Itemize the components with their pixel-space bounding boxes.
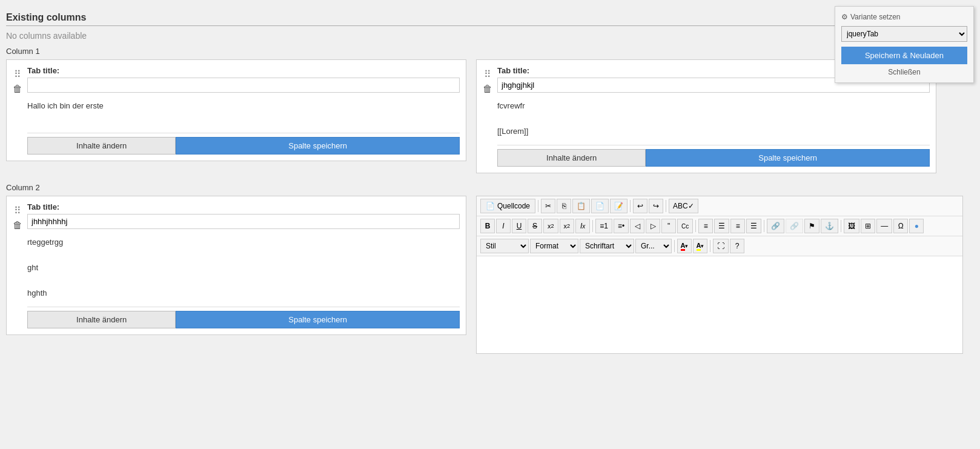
flag-button[interactable]: ⚑: [804, 219, 819, 233]
column1-label: Column 1: [6, 47, 974, 56]
separator7: [841, 220, 841, 232]
existing-columns-title: Existing columns: [6, 12, 974, 23]
editor-toolbar-second: B I U S x2 x2 Ix ≡1 ≡• ◁ ▷ " Cc ≡ ☰: [477, 216, 962, 236]
separator3: [666, 200, 666, 212]
paste-text-button[interactable]: 📄: [591, 199, 609, 213]
delete-icon-r[interactable]: 🗑: [483, 84, 492, 95]
tab-title-input-col2-left[interactable]: [27, 214, 460, 229]
redo-button[interactable]: ↪: [649, 199, 663, 213]
copy-format-button[interactable]: Cc: [677, 219, 693, 233]
bold-button[interactable]: B: [480, 219, 495, 233]
copy-button[interactable]: ⎘: [557, 199, 571, 213]
blockquote-button[interactable]: ": [661, 219, 676, 233]
unlink-button[interactable]: 🔗: [786, 219, 803, 233]
spellcheck-button[interactable]: ABC✓: [669, 199, 698, 213]
tab-card-footer-col1-left: Inhalte ändern Spalte speichern: [27, 133, 460, 155]
tab-title-input-col1-left[interactable]: [27, 78, 460, 93]
link-button[interactable]: 🔗: [767, 219, 784, 233]
align-right-button[interactable]: ≡: [730, 219, 745, 233]
tab-card-footer-col2-left: Inhalte ändern Spalte speichern: [27, 307, 460, 328]
source-icon: 📄: [486, 202, 495, 210]
drag-icon-r[interactable]: ⠿: [484, 68, 491, 80]
paste-button[interactable]: 📋: [572, 199, 590, 213]
drag-icon-col2[interactable]: ⠿: [14, 205, 21, 216]
subscript-button[interactable]: x2: [543, 219, 558, 233]
hr-button[interactable]: —: [876, 219, 892, 233]
separator8: [674, 240, 675, 252]
gr-select[interactable]: Gr...: [635, 239, 672, 253]
source-button[interactable]: 📄 Quellcode: [480, 199, 535, 213]
popup-title: ⚙ Variante setzen: [841, 13, 967, 21]
column2-section: ⠿ 🗑 Tab title: rteggetrgg ght hghth Inha…: [6, 196, 963, 354]
tab-card-body-col2-left: Tab title: rteggetrgg ght hghth Inhalte …: [27, 202, 460, 328]
format-select[interactable]: Format: [530, 239, 578, 253]
spalte-btn-col2-left[interactable]: Spalte speichern: [176, 311, 460, 328]
column1-row: ⠿ 🗑 Tab title: Hallo ich bin der erste I…: [6, 59, 963, 173]
tab-card-handle-col1-left: ⠿ 🗑: [13, 66, 22, 155]
inhalte-btn-col1-left[interactable]: Inhalte ändern: [27, 137, 176, 155]
popup-title-text: Variante setzen: [850, 13, 901, 21]
tab-card-col2-left: ⠿ 🗑 Tab title: rteggetrgg ght hghth Inha…: [6, 196, 466, 335]
anchor-button[interactable]: ⚓: [821, 219, 838, 233]
ol-button[interactable]: ≡1: [595, 219, 612, 233]
editor-toolbar-top: 📄 Quellcode ✂ ⎘ 📋 📄 📝 ↩ ↪ ABC✓: [477, 196, 962, 216]
stil-select[interactable]: Stil: [480, 239, 529, 253]
editor-container: 📄 Quellcode ✂ ⎘ 📋 📄 📝 ↩ ↪ ABC✓: [476, 196, 963, 354]
circle-button[interactable]: ●: [909, 219, 924, 233]
indent-more-button[interactable]: ▷: [646, 219, 660, 233]
delete-icon[interactable]: 🗑: [13, 84, 22, 95]
tab-card-handle-col2-left: ⠿ 🗑: [13, 202, 22, 328]
paste-word-button[interactable]: 📝: [610, 199, 627, 213]
spalte-btn-col1-right[interactable]: Spalte speichern: [646, 149, 930, 167]
editor-toolbar-dropdowns: Stil Format Schriftart Gr... A ▾: [477, 236, 962, 256]
clear-format-button[interactable]: Ix: [575, 219, 590, 233]
separator9: [710, 240, 710, 252]
align-justify-button[interactable]: ☰: [746, 219, 761, 233]
spalte-btn-col1-left[interactable]: Spalte speichern: [176, 137, 460, 155]
editor-content-area[interactable]: [477, 256, 962, 353]
image-button[interactable]: 🖼: [844, 219, 859, 233]
delete-icon-col2[interactable]: 🗑: [13, 220, 22, 231]
tab-title-label-col2-left: Tab title:: [27, 202, 460, 211]
separator1: [538, 200, 538, 212]
existing-columns-section: Existing columns No columns available: [6, 12, 974, 41]
variante-select[interactable]: jqueryTab bootstrap custom: [841, 26, 967, 42]
column1-left: ⠿ 🗑 Tab title: Hallo ich bin der erste I…: [6, 59, 466, 173]
schriftart-select[interactable]: Schriftart: [580, 239, 634, 253]
tab-title-label-col1-left: Tab title:: [27, 66, 460, 75]
text-color-button[interactable]: A ▾: [677, 239, 692, 253]
table-button[interactable]: ⊞: [861, 219, 875, 233]
close-link[interactable]: Schließen: [841, 68, 967, 76]
align-center-button[interactable]: ☰: [714, 219, 729, 233]
inhalte-btn-col1-right[interactable]: Inhalte ändern: [497, 149, 646, 167]
column2-right-editor: 📄 Quellcode ✂ ⎘ 📋 📄 📝 ↩ ↪ ABC✓: [476, 196, 963, 354]
bg-color-button[interactable]: A ▾: [693, 239, 707, 253]
ul-button[interactable]: ≡•: [614, 219, 629, 233]
special-char-button[interactable]: Ω: [893, 219, 908, 233]
column2-label: Column 2: [6, 183, 974, 192]
separator2: [630, 200, 631, 212]
italic-button[interactable]: I: [496, 219, 511, 233]
separator6: [764, 220, 764, 232]
superscript-button[interactable]: x2: [560, 219, 575, 233]
save-reload-button[interactable]: Speichern & Neuladen: [841, 47, 967, 64]
undo-button[interactable]: ↩: [633, 199, 647, 213]
indent-less-button[interactable]: ◁: [630, 219, 644, 233]
tab-card-body-col1-left: Tab title: Hallo ich bin der erste Inhal…: [27, 66, 460, 155]
content-area-col1-right: fcvrewfr [[Lorem]]: [497, 98, 930, 140]
help-button[interactable]: ?: [730, 239, 744, 253]
maximize-button[interactable]: ⛶: [713, 239, 729, 253]
divider1: [6, 25, 974, 26]
align-left-button[interactable]: ≡: [698, 219, 713, 233]
underline-button[interactable]: U: [512, 219, 526, 233]
tab-card-col1-left: ⠿ 🗑 Tab title: Hallo ich bin der erste I…: [6, 59, 466, 161]
inhalte-btn-col2-left[interactable]: Inhalte ändern: [27, 311, 176, 328]
variante-popup: ⚙ Variante setzen jqueryTab bootstrap cu…: [835, 6, 974, 83]
drag-icon[interactable]: ⠿: [14, 68, 21, 80]
tab-card-handle-col1-right: ⠿ 🗑: [483, 66, 492, 167]
cut-button[interactable]: ✂: [541, 199, 555, 213]
gear-icon: ⚙: [841, 13, 848, 21]
no-columns-text: No columns available: [6, 31, 974, 41]
tab-card-footer-col1-right: Inhalte ändern Spalte speichern: [497, 145, 930, 167]
strikethrough-button[interactable]: S: [528, 219, 542, 233]
